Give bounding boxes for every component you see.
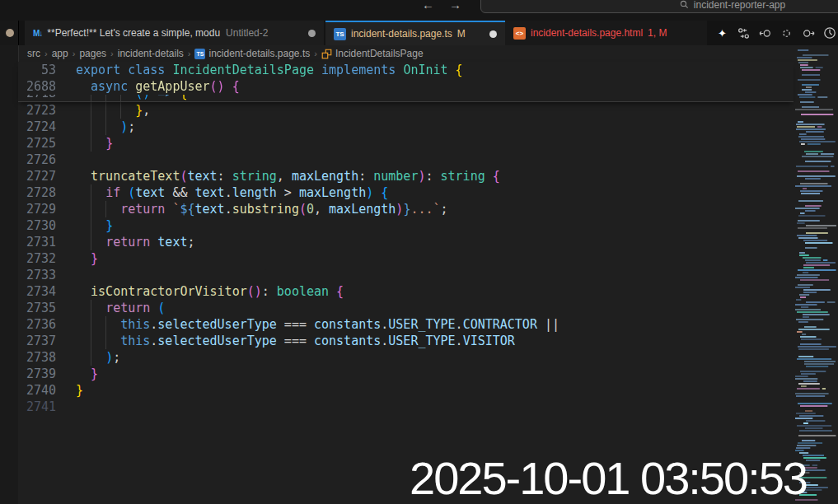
- line-number: 2734: [18, 283, 56, 300]
- line-number: 2718: [18, 95, 56, 101]
- code-line: 2736 this.selectedUserType === constants…: [18, 316, 794, 333]
- code-line: 2740}: [18, 382, 794, 399]
- line-number: 2724: [18, 119, 56, 135]
- editor-actions: ✦: [715, 21, 836, 45]
- indent-guide: [91, 316, 91, 333]
- indent-guide: [120, 102, 121, 119]
- indent-guide: [91, 102, 91, 119]
- line-number: 2688: [18, 78, 56, 95]
- title-bar: ← → incident-reporter-app: [0, 0, 838, 21]
- line-number: 2739: [18, 366, 56, 382]
- line-number: 2731: [18, 234, 56, 250]
- git-modified-badge: M: [457, 28, 466, 40]
- indent-guide: [91, 184, 91, 201]
- breadcrumb-item-app[interactable]: app: [52, 48, 68, 59]
- search-box-text: incident-reporter-app: [694, 0, 785, 11]
- line-number: 2730: [18, 217, 56, 234]
- chevron-right-icon: ›: [188, 49, 191, 58]
- code-line: 2738 );: [18, 349, 794, 366]
- chevron-right-icon: ›: [44, 49, 48, 58]
- vscode-window: ← → incident-reporter-app M↓ **Perfect!*…: [0, 0, 838, 504]
- code-line: 2729 return `${text.substring(0, maxLeng…: [18, 201, 794, 217]
- line-number: 2725: [18, 135, 56, 152]
- code-line: 2730 }: [18, 217, 794, 234]
- chevron-right-icon: ›: [314, 49, 317, 58]
- code-line: 2718 () => {: [18, 95, 794, 101]
- tab-incident-details-ts[interactable]: TS incident-details.page.ts M: [325, 21, 505, 45]
- breadcrumb: src› app› pages› incident-details› TS in…: [19, 45, 794, 62]
- breadcrumb-item-incident-details[interactable]: incident-details: [118, 48, 184, 59]
- indent-guide: [91, 333, 91, 349]
- line-number: 2727: [18, 168, 56, 184]
- unchanged-marker-icon[interactable]: [779, 26, 794, 40]
- indent-guide: [105, 201, 106, 217]
- indent-guide: [91, 95, 91, 101]
- tab-untitled-markdown[interactable]: M↓ **Perfect!** Let's create a simple, m…: [25, 21, 324, 45]
- indent-guide: [105, 95, 106, 101]
- sparkle-icon[interactable]: ✦: [715, 26, 729, 40]
- command-center-search[interactable]: incident-reporter-app: [480, 0, 838, 13]
- code-line: 2735 return (: [18, 300, 794, 316]
- timeline-icon[interactable]: [822, 26, 836, 40]
- code-line: 2733: [18, 267, 794, 283]
- breadcrumb-item-file[interactable]: incident-details.page.ts: [208, 48, 310, 59]
- code-line: 2728 if (text && text.length > maxLength…: [18, 184, 794, 201]
- html-icon: <>: [513, 27, 526, 40]
- line-number: 2737: [18, 333, 56, 349]
- tab-incident-details-html[interactable]: <> incident-details.page.html 1, M: [505, 21, 707, 45]
- line-number: 2736: [18, 316, 56, 333]
- code-line: 2732 }: [18, 250, 794, 267]
- symbol-class-icon: [321, 49, 332, 59]
- timestamp-overlay: 2025-10-01 03:50:53: [410, 451, 807, 504]
- code-line: 2739 }: [18, 366, 794, 382]
- code-line: 2724 );: [18, 119, 794, 135]
- line-number: 2740: [18, 382, 56, 399]
- breadcrumb-item-symbol[interactable]: IncidentDetailsPage: [335, 48, 424, 59]
- left-editor-group-sliver: [0, 45, 19, 504]
- code-line: 2688 async getAppUser() {: [18, 78, 794, 95]
- dirty-file-dot[interactable]: [6, 29, 14, 37]
- problems-git-badge: 1, M: [648, 27, 667, 39]
- indent-guide: [105, 119, 106, 135]
- code-line: 2734 isContractorOrVisitor(): boolean {: [18, 283, 794, 300]
- indent-guide: [91, 217, 91, 234]
- line-number: 2723: [18, 102, 56, 119]
- indent-guide: [91, 300, 91, 316]
- code-line: 2727 truncateText(text: string, maxLengt…: [18, 168, 794, 184]
- indent-guide: [91, 119, 91, 135]
- breadcrumb-item-pages[interactable]: pages: [79, 48, 106, 59]
- nav-back-icon[interactable]: ←: [422, 0, 434, 12]
- next-change-icon[interactable]: [801, 26, 815, 40]
- nav-forward-icon[interactable]: →: [449, 0, 461, 12]
- indent-guide: [105, 102, 106, 119]
- indent-guide: [105, 333, 106, 349]
- open-changes-icon[interactable]: [737, 26, 751, 40]
- tab-label: **Perfect!** Let's create a simple, modu: [47, 27, 220, 39]
- search-icon: [680, 0, 689, 9]
- chevron-right-icon: ›: [73, 49, 76, 58]
- line-number: 2741: [18, 399, 56, 415]
- code-editor[interactable]: 53export class IncidentDetailsPage imple…: [18, 62, 794, 504]
- code-line: 2725 }: [18, 135, 794, 152]
- tab-description: Untitled-2: [226, 27, 268, 39]
- indent-guide: [91, 201, 91, 217]
- line-number: 2732: [18, 250, 56, 267]
- tab-partial-left-group[interactable]: [0, 21, 19, 45]
- markdown-icon: M↓: [33, 29, 42, 38]
- minimap[interactable]: [794, 48, 838, 502]
- code-line: 2723 },: [18, 102, 794, 119]
- typescript-icon: TS: [334, 28, 346, 40]
- code-lines: 2723 },2724 );2725 }27262727 truncateTex…: [18, 102, 794, 415]
- indent-guide: [120, 95, 121, 101]
- dirty-file-dot[interactable]: [308, 30, 316, 37]
- dirty-file-dot[interactable]: [489, 30, 497, 38]
- typescript-icon: TS: [194, 49, 205, 59]
- indent-guide: [91, 349, 91, 366]
- code-line: 53export class IncidentDetailsPage imple…: [18, 62, 794, 78]
- breadcrumb-item-src[interactable]: src: [27, 48, 40, 59]
- line-number: 2738: [18, 349, 56, 366]
- tab-bar: M↓ **Perfect!** Let's create a simple, m…: [0, 21, 838, 45]
- tab-label: incident-details.page.ts: [351, 28, 452, 40]
- previous-change-icon[interactable]: [758, 26, 772, 40]
- code-line: 2726: [18, 152, 794, 168]
